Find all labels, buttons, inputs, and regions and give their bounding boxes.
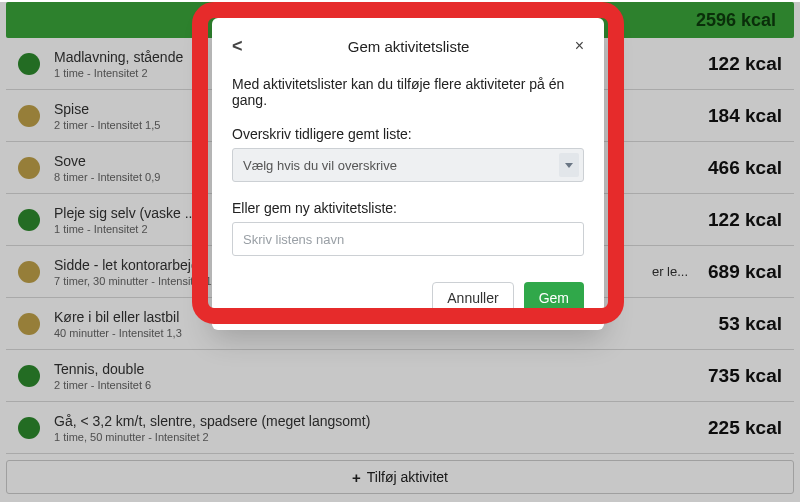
activity-row[interactable]: Tennis, double2 timer - Intensitet 6735 … (6, 350, 794, 402)
overwrite-label: Overskriv tidligere gemt liste: (232, 126, 584, 142)
intensity-dot (18, 209, 40, 231)
cancel-button[interactable]: Annuller (432, 282, 513, 314)
plus-icon: + (352, 469, 361, 486)
intensity-dot (18, 157, 40, 179)
intensity-dot (18, 261, 40, 283)
intensity-dot (18, 365, 40, 387)
activity-kcal: 225 kcal (708, 417, 782, 439)
intensity-dot (18, 53, 40, 75)
activity-kcal: 466 kcal (708, 157, 782, 179)
activity-subtitle: 2 timer - Intensitet 6 (54, 379, 708, 391)
save-button[interactable]: Gem (524, 282, 584, 314)
activity-kcal: 689 kcal (708, 261, 782, 283)
activity-kcal: 53 kcal (719, 313, 782, 335)
intensity-dot (18, 313, 40, 335)
activity-kcal: 122 kcal (708, 53, 782, 75)
overwrite-select[interactable]: Vælg hvis du vil overskrive (232, 148, 584, 182)
add-activity-button[interactable]: + Tilføj aktivitet (6, 460, 794, 494)
chevron-down-icon (559, 153, 579, 177)
newlist-label: Eller gem ny aktivitetsliste: (232, 200, 584, 216)
intensity-dot (18, 417, 40, 439)
close-icon[interactable]: × (575, 37, 584, 55)
activity-title: Gå, < 3,2 km/t, slentre, spadsere (meget… (54, 413, 708, 429)
activity-kcal: 184 kcal (708, 105, 782, 127)
activity-row[interactable]: Gå, < 3,2 km/t, slentre, spadsere (meget… (6, 402, 794, 454)
add-activity-label: Tilføj aktivitet (367, 469, 448, 485)
activity-kcal: 735 kcal (708, 365, 782, 387)
activity-extra: er le... (652, 264, 688, 279)
modal-description: Med aktivitetslister kan du tilføje fler… (232, 76, 584, 108)
overwrite-select-value: Vælg hvis du vil overskrive (243, 158, 397, 173)
list-name-input[interactable] (232, 222, 584, 256)
activity-subtitle: 1 time, 50 minutter - Intensitet 2 (54, 431, 708, 443)
total-value: 2596 kcal (696, 10, 776, 31)
activity-kcal: 122 kcal (708, 209, 782, 231)
modal-title: Gem aktivitetsliste (348, 38, 470, 55)
activity-info: Gå, < 3,2 km/t, slentre, spadsere (meget… (54, 413, 708, 443)
activity-info: Tennis, double2 timer - Intensitet 6 (54, 361, 708, 391)
back-button[interactable]: < (232, 36, 243, 57)
intensity-dot (18, 105, 40, 127)
activity-title: Tennis, double (54, 361, 708, 377)
save-list-modal: < Gem aktivitetsliste × Med aktivitetsli… (212, 18, 604, 330)
